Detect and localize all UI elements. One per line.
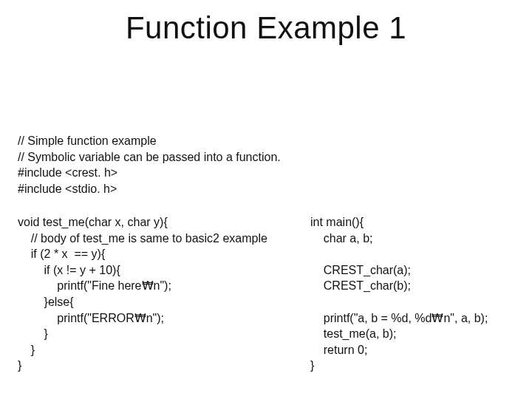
slide-title: Function Example 1	[0, 10, 532, 46]
slide: Function Example 1 // Simple function ex…	[0, 0, 532, 399]
code-left-column: void test_me(char x, char y){ // body of…	[18, 214, 267, 374]
code-comments: // Simple function example // Symbolic v…	[18, 133, 281, 197]
code-right-column: int main(){ char a, b; CREST_char(a); CR…	[310, 214, 488, 374]
